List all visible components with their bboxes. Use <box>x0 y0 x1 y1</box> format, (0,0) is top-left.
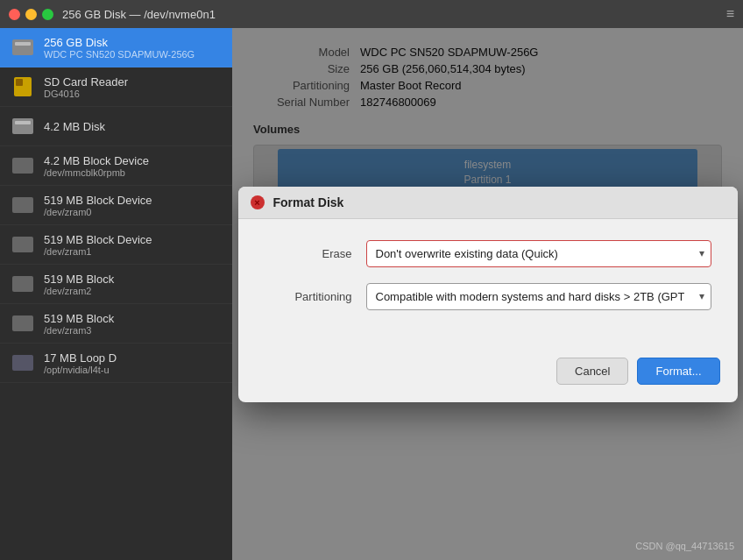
sidebar-item-label: 519 MB Block <box>44 312 114 325</box>
partitioning-select[interactable]: Compatible with modern systems and hard … <box>366 283 711 310</box>
partitioning-label-modal: Partitioning <box>265 290 352 303</box>
sidebar-item-sdcard[interactable]: SD Card ReaderDG4016 <box>0 67 232 107</box>
sidebar-item-block-519mb-1[interactable]: 519 MB Block Device/dev/zram1 <box>0 225 232 265</box>
sidebar-item-sublabel: /opt/nvidia/l4t-u <box>44 365 117 375</box>
erase-row: Erase Don't overwrite existing data (Qui… <box>265 240 711 267</box>
window-title: 256 GB Disk — /dev/nvme0n1 <box>62 8 216 21</box>
sidebar-item-sublabel: DG4016 <box>44 89 128 99</box>
sidebar-item-label: 17 MB Loop D <box>44 351 117 365</box>
content-area: Model WDC PC SN520 SDAPMUW-256G Size 256… <box>232 28 743 560</box>
main-layout: 256 GB DiskWDC PC SN520 SDAPMUW-256GSD C… <box>0 28 743 560</box>
modal-footer: Cancel Format... <box>238 347 738 402</box>
sidebar-item-block-42mb[interactable]: 4.2 MB Block Device/dev/mmcblk0rpmb <box>0 146 232 186</box>
sidebar-item-label: 519 MB Block <box>44 273 114 286</box>
modal-body: Erase Don't overwrite existing data (Qui… <box>238 219 738 347</box>
modal-title: Format Disk <box>273 195 344 209</box>
sidebar-item-block-519mb-0[interactable]: 519 MB Block Device/dev/zram0 <box>0 186 232 225</box>
sidebar-item-block-519mb-2[interactable]: 519 MB Block/dev/zram2 <box>0 265 232 304</box>
format-disk-dialog: × Format Disk Erase Don't overwrite exis… <box>238 187 738 402</box>
sidebar-item-label: 519 MB Block Device <box>44 194 152 207</box>
block-icon <box>12 197 33 213</box>
modal-close-button[interactable]: × <box>251 195 265 209</box>
sidebar-item-sublabel: /dev/zram3 <box>44 325 114 336</box>
sidebar: 256 GB DiskWDC PC SN520 SDAPMUW-256GSD C… <box>0 28 232 560</box>
sidebar-item-block-519mb-3[interactable]: 519 MB Block/dev/zram3 <box>0 304 232 344</box>
disk-icon <box>12 118 33 134</box>
minimize-window-button[interactable] <box>25 9 37 20</box>
close-window-button[interactable] <box>9 9 20 20</box>
sidebar-item-disk-42mb[interactable]: 4.2 MB Disk <box>0 107 232 146</box>
hamburger-menu-icon[interactable]: ≡ <box>726 6 734 22</box>
maximize-window-button[interactable] <box>42 9 53 20</box>
erase-select[interactable]: Don't overwrite existing data (Quick)Ove… <box>366 240 711 267</box>
format-button[interactable]: Format... <box>637 358 719 385</box>
sidebar-item-sublabel: /dev/zram1 <box>44 246 152 257</box>
erase-control: Don't overwrite existing data (Quick)Ove… <box>366 240 711 267</box>
sidebar-item-disk-256gb[interactable]: 256 GB DiskWDC PC SN520 SDAPMUW-256G <box>0 28 232 67</box>
disk-icon <box>12 39 33 55</box>
sidebar-item-label: 256 GB Disk <box>44 36 195 49</box>
sidebar-item-label: 4.2 MB Disk <box>44 120 105 133</box>
loop-icon <box>12 355 33 371</box>
sidebar-item-label: SD Card Reader <box>44 75 128 89</box>
sidebar-item-label: 4.2 MB Block Device <box>44 154 149 167</box>
block-icon <box>12 237 33 252</box>
modal-overlay: × Format Disk Erase Don't overwrite exis… <box>232 28 743 560</box>
modal-header: × Format Disk <box>238 187 738 219</box>
sidebar-item-sublabel: /dev/mmcblk0rpmb <box>44 167 149 178</box>
sidebar-item-sublabel: /dev/zram2 <box>44 286 114 296</box>
sidebar-item-label: 519 MB Block Device <box>44 233 152 246</box>
sdcard-icon <box>14 77 32 96</box>
sidebar-item-sublabel: WDC PC SN520 SDAPMUW-256G <box>44 49 195 60</box>
block-icon <box>12 315 33 331</box>
partitioning-row-modal: Partitioning Compatible with modern syst… <box>265 283 711 310</box>
erase-label: Erase <box>265 247 352 260</box>
partitioning-control: Compatible with modern systems and hard … <box>366 283 711 310</box>
window-controls <box>9 9 53 20</box>
sidebar-item-loop-17mb[interactable]: 17 MB Loop D/opt/nvidia/l4t-u <box>0 344 232 383</box>
block-icon <box>12 158 33 174</box>
close-icon: × <box>254 197 259 208</box>
sidebar-item-sublabel: /dev/zram0 <box>44 207 152 217</box>
titlebar: 256 GB Disk — /dev/nvme0n1 ≡ <box>0 0 743 28</box>
cancel-button[interactable]: Cancel <box>556 358 628 385</box>
block-icon <box>12 276 33 292</box>
